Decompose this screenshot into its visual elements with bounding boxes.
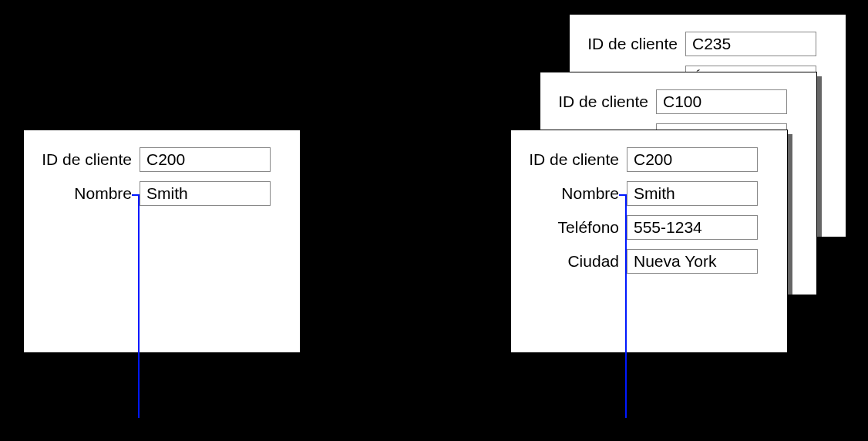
field-row: Nombre Smith: [527, 181, 772, 206]
layout-card-left: ID de cliente C200 Nombre Smith: [23, 130, 301, 353]
input-name[interactable]: Smith: [627, 181, 758, 206]
input-phone[interactable]: 555-1234: [627, 215, 758, 240]
input-client-id[interactable]: C235: [685, 32, 816, 56]
label-phone: Teléfono: [527, 218, 627, 237]
input-client-id[interactable]: C100: [656, 89, 787, 114]
label-client-id: ID de cliente: [39, 150, 140, 169]
field-row: ID de cliente C100: [556, 89, 801, 114]
field-row: Nombre Smith: [39, 181, 284, 206]
label-client-id: ID de cliente: [556, 93, 656, 111]
record-card-front: ID de cliente C200 Nombre Smith Teléfono…: [510, 130, 788, 353]
input-name[interactable]: Smith: [140, 181, 271, 206]
field-row: Ciudad Nueva York: [527, 249, 772, 274]
label-name: Nombre: [39, 184, 140, 203]
input-client-id[interactable]: C200: [627, 147, 758, 172]
label-city: Ciudad: [527, 252, 627, 271]
field-row: Teléfono 555-1234: [527, 215, 772, 240]
connector-line: [625, 194, 627, 418]
connector-line: [138, 194, 140, 418]
field-row: ID de cliente C200: [527, 147, 772, 172]
label-name: Nombre: [527, 184, 627, 203]
input-city[interactable]: Nueva York: [627, 249, 758, 274]
label-client-id: ID de cliente: [585, 35, 685, 53]
input-client-id[interactable]: C200: [140, 147, 271, 172]
field-row: ID de cliente C235: [585, 32, 830, 56]
label-client-id: ID de cliente: [527, 150, 627, 169]
field-row: ID de cliente C200: [39, 147, 284, 172]
